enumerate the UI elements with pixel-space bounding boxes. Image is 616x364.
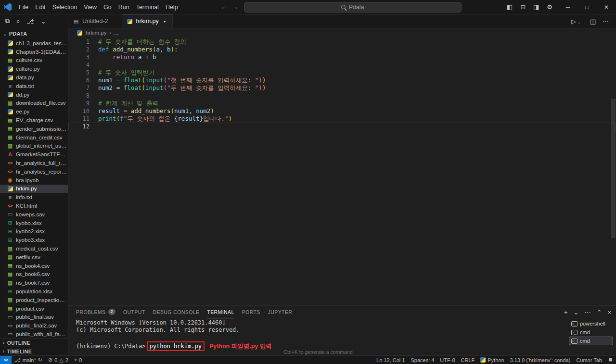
file-EV_charge.csv[interactable]: EV_charge.csv [0, 116, 68, 125]
toggle-panel-icon[interactable]: ⊟ [517, 2, 528, 12]
file-ns_book4.csv[interactable]: ns_book4.csv [0, 262, 68, 270]
toggle-sidebar-icon[interactable]: ◧ [504, 2, 515, 12]
file-population.xlsx[interactable]: population.xlsx [0, 287, 68, 296]
toggle-secondary-sidebar-icon[interactable]: ◨ [530, 2, 542, 12]
file-product.csv[interactable]: product.csv [0, 304, 68, 313]
search-view-icon[interactable]: ⌕ [14, 16, 22, 26]
file-info.txt[interactable]: info.txt [0, 193, 68, 201]
file-gender_submission.csv[interactable]: gender_submission.csv [0, 125, 68, 133]
minimize-button[interactable]: ─ [558, 0, 578, 14]
file-kyobo2.xlsx[interactable]: kyobo2.xlsx [0, 227, 68, 236]
panel-more-icon[interactable]: ⋯ [585, 309, 591, 316]
views-chevron-icon[interactable]: ⌄ [38, 17, 49, 26]
file-German_credit.csv[interactable]: German_credit.csv [0, 133, 68, 142]
file-ee.py[interactable]: ee.py [0, 107, 68, 116]
file-ch1-3_pandas_test.py[interactable]: ch1-3_pandas_test.py [0, 39, 68, 48]
code-line-8[interactable]: 8 [68, 92, 616, 100]
tab-Untitled-2[interactable]: Untitled-2 [68, 14, 122, 28]
tab-hrkim.py[interactable]: hrkim.py● [122, 14, 173, 28]
file-public_with_all_factor...[interactable]: public_with_all_factor... [0, 330, 68, 338]
timeline-section[interactable]: › TIMELINE [0, 347, 68, 355]
customize-layout-icon[interactable]: ⚙ [544, 2, 555, 12]
code-line-11[interactable]: 11print(f"두 숫자의 합은 {result}입니다.") [68, 115, 616, 123]
outline-section[interactable]: › OUTLINE [0, 338, 68, 347]
close-button[interactable]: ✕ [597, 0, 616, 14]
code-line-2[interactable]: 2def add_numbers(a, b): [68, 46, 616, 53]
editor-scrollbar[interactable] [611, 99, 616, 238]
file-ns_book7.csv[interactable]: ns_book7.csv [0, 278, 68, 287]
cursor-position[interactable]: Ln 12, Col 1 [373, 356, 408, 364]
file-koweps.sav[interactable]: koweps.sav [0, 210, 68, 219]
panel-tab-terminal[interactable]: TERMINAL [207, 306, 234, 318]
breadcrumb-symbol[interactable]: ... [114, 30, 119, 36]
notifications-bell-icon[interactable] [605, 356, 616, 364]
command-center-search[interactable]: Pdata [244, 2, 462, 13]
more-actions-icon[interactable]: ⋯ [600, 17, 611, 26]
menu-selection[interactable]: Selection [49, 2, 80, 12]
eol-sequence[interactable]: CRLF [458, 356, 478, 364]
new-terminal-icon[interactable]: + [564, 309, 568, 316]
code-line-9[interactable]: 9# 합계 계산 및 출력 [68, 100, 616, 107]
menu-go[interactable]: Go [100, 2, 115, 12]
file-culture.csv[interactable]: culture.csv [0, 56, 68, 65]
file-ns_book6.csv[interactable]: ns_book6.csv [0, 270, 68, 279]
menu-view[interactable]: View [80, 2, 100, 12]
code-line-4[interactable]: 4 [68, 61, 616, 69]
terminal-output[interactable]: Microsoft Windows [Version 10.0.22631.44… [68, 318, 568, 355]
file-GmarketSansTTFLight...[interactable]: GmarketSansTTFLight... [0, 150, 68, 159]
file-hra.ipynb[interactable]: hra.ipynb [0, 176, 68, 185]
file-Chapter3-1(EDA&Des...[interactable]: Chapter3-1(EDA&Des... [0, 48, 68, 56]
menu-terminal[interactable]: Terminal [133, 2, 162, 12]
file-hrkim.py[interactable]: hrkim.py [0, 185, 68, 193]
branch-item[interactable]: ⎇ main* ↻ [12, 356, 45, 364]
explorer-icon[interactable]: ⧉ [3, 16, 12, 26]
code-editor[interactable]: 1# 두 숫자를 더하는 함수 정의2def add_numbers(a, b)… [68, 37, 616, 305]
menu-run[interactable]: Run [115, 2, 133, 12]
menu-help[interactable]: Help [162, 2, 181, 12]
file-global_internet_users...[interactable]: global_internet_users... [0, 142, 68, 151]
file-data.txt[interactable]: data.txt [0, 82, 68, 90]
file-downloaded_file.csv[interactable]: downloaded_file.csv [0, 99, 68, 108]
file-netflix.csv[interactable]: netflix.csv [0, 253, 68, 262]
file-product_inspection.csv[interactable]: product_inspection.csv [0, 296, 68, 304]
problems-item[interactable]: ⊘ 0 △ 2 [45, 356, 71, 364]
code-line-7[interactable]: 7num2 = float(input("두 번째 숫자를 입력하세요: ")) [68, 84, 616, 92]
code-line-12[interactable]: 12 [68, 123, 616, 130]
panel-tab-problems[interactable]: PROBLEMS2 [76, 306, 116, 318]
menu-file[interactable]: File [15, 2, 32, 12]
terminal-instance-cmd-2[interactable]: cmd [569, 337, 613, 345]
file-medical_cost.csv[interactable]: medical_cost.csv [0, 244, 68, 253]
back-icon[interactable]: ← [221, 3, 227, 11]
panel-tab-jupyter[interactable]: JUPYTER [268, 306, 293, 318]
maximize-panel-icon[interactable]: ⌃ [597, 309, 602, 316]
file-data.py[interactable]: data.py [0, 73, 68, 82]
file-public_final.sav[interactable]: public_final.sav [0, 313, 68, 322]
maximize-button[interactable]: □ [578, 0, 597, 14]
file-public_final2.sav[interactable]: public_final2.sav [0, 321, 68, 330]
cursor-tab-item[interactable]: Cursor Tab [573, 356, 605, 364]
breadcrumb-file[interactable]: hrkim.py [86, 30, 106, 36]
breadcrumb[interactable]: hrkim.py › ... [68, 28, 616, 37]
terminal-instance-powershell-0[interactable]: powershell [569, 319, 613, 328]
close-panel-icon[interactable]: × [607, 309, 611, 316]
forward-icon[interactable]: → [232, 3, 238, 11]
python-interpreter[interactable]: 3.13.0 ('hrkimenv': conda) [507, 356, 574, 364]
code-line-10[interactable]: 10result = add_numbers(num1, num2) [68, 107, 616, 115]
run-button[interactable]: ▷⌄ [569, 17, 586, 26]
panel-tab-ports[interactable]: PORTS [242, 306, 260, 318]
file-hr_analytics_report.ht...[interactable]: hr_analytics_report.ht... [0, 167, 68, 176]
panel-tab-output[interactable]: OUTPUT [123, 306, 145, 318]
code-line-3[interactable]: 3 return a + b [68, 53, 616, 61]
file-kyobo3.xlsx[interactable]: kyobo3.xlsx [0, 236, 68, 244]
modified-dot[interactable]: ● [162, 19, 168, 24]
ports-item[interactable]: ⌖ 0 [71, 356, 85, 364]
file-culture.py[interactable]: culture.py [0, 64, 68, 73]
terminal-dropdown-icon[interactable]: ⌄ [574, 309, 579, 316]
source-control-icon[interactable]: ⎇ [25, 17, 37, 26]
encoding[interactable]: UTF-8 [437, 356, 458, 364]
code-line-6[interactable]: 6num1 = float(input("첫 번째 숫자를 입력하세요: ")) [68, 76, 616, 84]
menu-edit[interactable]: Edit [32, 2, 49, 12]
indentation[interactable]: Spaces: 4 [408, 356, 437, 364]
code-line-1[interactable]: 1# 두 숫자를 더하는 함수 정의 [68, 38, 616, 46]
file-kyobo.xlsx[interactable]: kyobo.xlsx [0, 219, 68, 227]
